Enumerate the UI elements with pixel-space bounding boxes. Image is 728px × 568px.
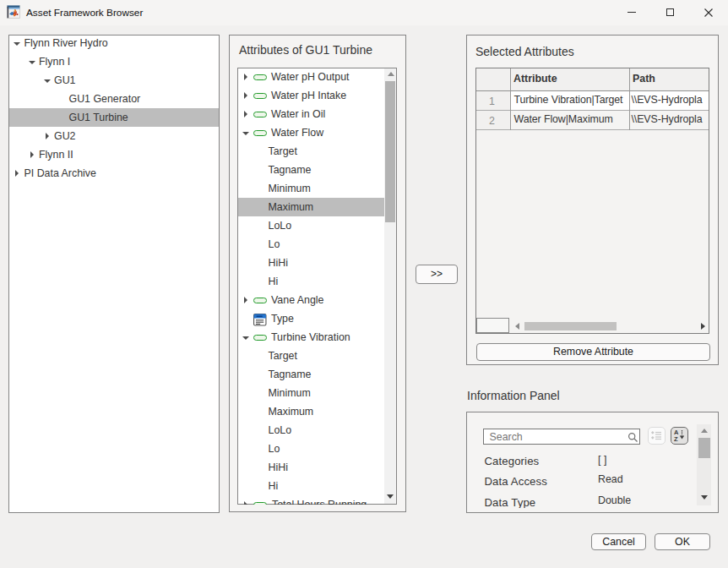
- svg-text:Z: Z: [674, 435, 678, 443]
